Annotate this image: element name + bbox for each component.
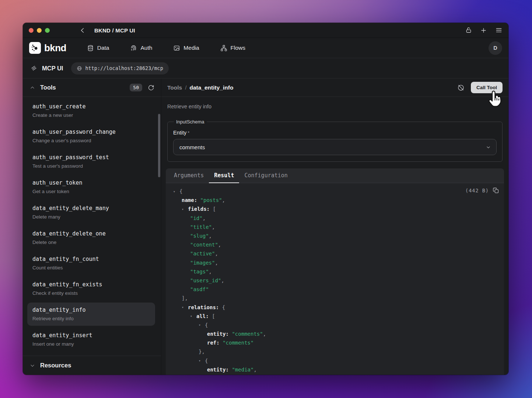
json-line: ], [166, 294, 504, 303]
json-token-key: all: [196, 313, 212, 319]
tool-name: auth_user_token [32, 179, 150, 187]
breadcrumb-parent[interactable]: Tools [167, 84, 182, 91]
lock-open-icon[interactable] [465, 27, 472, 34]
json-token-punc: , [221, 277, 224, 283]
json-token-str: "id" [190, 215, 203, 221]
json-token-punc: , [222, 197, 225, 203]
collapse-arrow-icon[interactable]: ▾ [182, 305, 188, 309]
sidebar-tool-item[interactable]: data_entity_fn_existsCheck if entity exi… [27, 277, 155, 300]
collapse-arrow-icon[interactable]: ▾ [199, 323, 205, 327]
tab-configuration[interactable]: Configuration [239, 168, 293, 183]
image-icon [173, 45, 180, 52]
chevron-up-icon[interactable] [29, 85, 35, 91]
new-tab-icon[interactable] [480, 27, 487, 34]
json-line: "asdf" [166, 285, 504, 294]
bknd-logo-icon [29, 42, 41, 54]
mcp-url-pill[interactable]: http://localhost:28623/mcp [71, 62, 168, 74]
globe-icon [77, 66, 82, 71]
tool-description: Get a user token [32, 188, 150, 195]
collapse-arrow-icon[interactable]: ▾ [182, 207, 188, 211]
nav-item-media[interactable]: Media [173, 45, 199, 52]
tool-name: data_entity_delete_many [32, 205, 150, 212]
json-token-str: "title" [190, 224, 212, 230]
sidebar-tool-item[interactable]: auth_user_password_testTest a user's pas… [27, 150, 155, 173]
json-token-str: "active" [190, 251, 215, 256]
json-token-key: relations: [188, 304, 222, 310]
json-token-punc: { [205, 322, 208, 328]
chevron-down-icon[interactable] [29, 363, 35, 369]
window-titlebar: BKND / MCP UI [23, 23, 508, 38]
json-line: "slug", [166, 231, 504, 240]
window-controls [29, 28, 50, 33]
json-line: name: "posts", [166, 196, 504, 205]
minimize-window-button[interactable] [37, 28, 42, 33]
nav-item-auth[interactable]: Auth [130, 45, 152, 52]
back-icon[interactable] [79, 27, 86, 34]
resources-section-title: Resources [40, 362, 71, 369]
call-tool-button[interactable]: Call Tool [471, 82, 503, 93]
json-viewer: (442 B) ▾{name: "posts",▾fields: ["id","… [166, 183, 504, 375]
json-token-punc: }, [199, 349, 205, 355]
sidebar-tool-item[interactable]: data_entity_insertInsert one or many [27, 328, 155, 351]
brand-wordmark: bknd [44, 42, 66, 54]
copy-icon[interactable] [493, 187, 499, 194]
json-line: ▾{ [166, 321, 504, 329]
breadcrumb-separator: / [185, 84, 186, 91]
json-line: ref: "images" [166, 374, 504, 375]
nav-item-data[interactable]: Data [87, 45, 109, 52]
json-line: ref: "comments" [166, 338, 504, 347]
json-line: "images", [166, 258, 504, 267]
json-token-key: name: [182, 197, 200, 203]
collapse-arrow-icon[interactable]: ▾ [173, 189, 179, 193]
collapse-arrow-icon[interactable]: ▾ [199, 359, 205, 363]
json-token-key: entity: [207, 331, 232, 337]
tab-arguments[interactable]: Arguments [169, 168, 209, 183]
tool-detail-panel: Tools / data_entity_info Call Tool Retri… [161, 78, 508, 375]
layers-icon [30, 64, 38, 72]
collapse-arrow-icon[interactable]: ▾ [190, 314, 196, 318]
refresh-icon[interactable] [148, 84, 154, 91]
page-title: MCP UI [42, 65, 63, 72]
json-token-str: "media" [232, 367, 253, 373]
tools-section-header[interactable]: Tools 50 [23, 78, 161, 97]
workflow-network-icon [220, 45, 227, 52]
resources-section-header[interactable]: Resources [23, 356, 161, 375]
sidebar-tool-item[interactable]: auth_user_password_changeChange a user's… [27, 125, 155, 148]
user-avatar[interactable]: D [489, 41, 502, 55]
sidebar-tool-item[interactable]: auth_user_createCreate a new user [27, 99, 155, 122]
breadcrumb-current: data_entity_info [190, 84, 234, 91]
close-window-button[interactable] [29, 28, 34, 33]
json-line: ▾{ [166, 356, 504, 365]
tools-count-badge: 50 [130, 84, 142, 91]
menu-icon[interactable] [495, 27, 503, 34]
eye-off-icon[interactable] [457, 84, 465, 91]
json-token-punc: , [212, 224, 215, 230]
sidebar-tool-item[interactable]: data_entity_delete_manyDelete many [27, 201, 155, 224]
result-tabs: Arguments Result Configuration [166, 168, 504, 183]
sidebar-tool-item[interactable]: data_entity_infoRetrieve entity info [27, 303, 155, 326]
tab-result[interactable]: Result [209, 168, 239, 183]
nav-label: Media [183, 45, 199, 51]
json-token-str: "asdf" [190, 286, 209, 292]
sidebar-tool-item[interactable]: auth_user_tokenGet a user token [27, 175, 155, 199]
window-title: BKND / MCP UI [94, 27, 135, 34]
tool-description: Retrieve entity info [32, 315, 150, 322]
sidebar-tool-item[interactable]: data_entity_fn_countCount entities [27, 252, 155, 275]
json-line: entity: "comments", [166, 329, 504, 338]
json-line: entity: "media", [166, 365, 504, 374]
mcp-url: http://localhost:28623/mcp [85, 65, 163, 71]
bknd-logo[interactable]: bknd [29, 42, 66, 54]
nav-item-flows[interactable]: Flows [220, 45, 245, 52]
json-line: }, [166, 347, 504, 356]
json-token-str: "images" [190, 260, 215, 266]
json-token-str: "comments" [223, 340, 253, 346]
mcp-bar: MCP UI http://localhost:28623/mcp [23, 58, 508, 78]
sidebar-tool-item[interactable]: data_entity_delete_oneDelete one [27, 226, 155, 249]
json-token-str: "slug" [190, 233, 209, 239]
entity-select[interactable]: comments [173, 139, 497, 155]
json-token-punc: { [179, 188, 182, 194]
sidebar-scrollbar[interactable] [158, 114, 160, 177]
zoom-window-button[interactable] [45, 28, 50, 33]
required-mark: * [188, 130, 189, 136]
tool-detail-header: Tools / data_entity_info Call Tool [161, 78, 508, 97]
